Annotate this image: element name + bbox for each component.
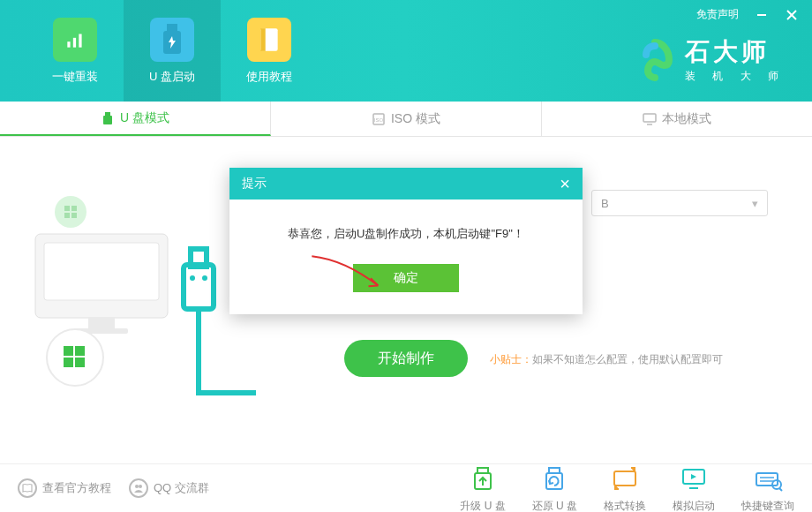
svg-line-47 xyxy=(779,488,782,491)
app-header: 一键重装 U 盘启动 使用教程 免责声明 石大师 装 机 大 师 xyxy=(0,0,812,102)
device-dropdown[interactable]: B xyxy=(591,190,768,216)
link-label: 查看官方教程 xyxy=(42,480,111,496)
tool-format-convert[interactable]: 格式转换 xyxy=(604,463,646,513)
tab-local-mode[interactable]: 本地模式 xyxy=(542,102,812,136)
tip-label: 小贴士： xyxy=(490,353,532,365)
tool-restore-usb[interactable]: 还原 U 盘 xyxy=(532,463,577,513)
svg-point-34 xyxy=(135,485,139,488)
tab-iso-mode[interactable]: ISO ISO 模式 xyxy=(271,102,542,136)
svg-rect-14 xyxy=(643,114,656,122)
arrow-annotation xyxy=(300,252,397,297)
svg-rect-28 xyxy=(64,358,73,367)
usb-boot-icon xyxy=(150,18,194,62)
tool-simulate-boot[interactable]: 模拟启动 xyxy=(673,463,715,513)
tip-text: 小贴士：如果不知道怎么配置，使用默认配置即可 xyxy=(490,352,723,367)
svg-rect-23 xyxy=(64,213,70,218)
dialog-close-button[interactable]: × xyxy=(560,175,570,192)
people-icon xyxy=(129,478,148,498)
svg-rect-6 xyxy=(260,28,265,51)
qq-group-link[interactable]: QQ 交流群 xyxy=(129,478,209,498)
svg-rect-24 xyxy=(71,213,77,218)
tab-label: ISO 模式 xyxy=(391,111,440,127)
dialog-message: 恭喜您，启动U盘制作成功，本机启动键"F9"！ xyxy=(288,227,524,240)
tool-hotkey-query[interactable]: 快捷键查询 xyxy=(741,463,794,513)
svg-rect-0 xyxy=(67,41,70,47)
logo-icon xyxy=(634,39,676,81)
svg-rect-1 xyxy=(73,37,76,47)
svg-text:ISO: ISO xyxy=(374,117,384,123)
svg-point-35 xyxy=(139,485,142,488)
tool-label: 快捷键查询 xyxy=(741,499,794,513)
tool-upgrade-usb[interactable]: 升级 U 盘 xyxy=(460,463,505,513)
svg-rect-17 xyxy=(44,243,159,300)
dialog-header: 提示 × xyxy=(229,168,583,200)
close-button[interactable] xyxy=(785,8,799,22)
nav-tab-reinstall[interactable]: 一键重装 xyxy=(26,0,124,102)
reinstall-icon xyxy=(53,18,97,62)
tool-label: 模拟启动 xyxy=(673,499,715,513)
svg-rect-21 xyxy=(64,206,70,211)
tool-label: 还原 U 盘 xyxy=(532,499,577,513)
tab-label: U 盘模式 xyxy=(120,110,169,126)
book-icon xyxy=(18,478,37,498)
tutorial-icon xyxy=(247,18,291,62)
nav-tab-tutorial[interactable]: 使用教程 xyxy=(221,0,318,102)
start-create-button[interactable]: 开始制作 xyxy=(344,340,468,377)
svg-point-32 xyxy=(190,275,195,281)
official-tutorial-link[interactable]: 查看官方教程 xyxy=(18,478,111,498)
svg-rect-31 xyxy=(191,249,207,267)
illustration xyxy=(26,163,256,414)
tool-label: 格式转换 xyxy=(604,499,646,513)
minimize-button[interactable] xyxy=(755,8,769,22)
svg-rect-43 xyxy=(756,473,778,486)
dropdown-value: B xyxy=(601,197,609,210)
nav-tabs: 一键重装 U 盘启动 使用教程 xyxy=(0,0,318,102)
svg-point-33 xyxy=(202,275,207,281)
iso-icon: ISO xyxy=(372,112,386,126)
window-controls: 免责声明 xyxy=(696,7,799,22)
nav-tab-label: 使用教程 xyxy=(246,69,292,85)
logo: 石大师 装 机 大 师 xyxy=(634,35,786,84)
success-dialog: 提示 × 恭喜您，启动U盘制作成功，本机启动键"F9"！ 确定 xyxy=(229,168,583,314)
svg-point-20 xyxy=(55,196,86,228)
svg-rect-11 xyxy=(103,116,112,124)
usb-icon xyxy=(101,111,115,125)
upgrade-icon xyxy=(467,463,499,495)
nav-tab-usb-boot[interactable]: U 盘启动 xyxy=(124,0,221,102)
tool-label: 升级 U 盘 xyxy=(460,499,505,513)
svg-rect-10 xyxy=(105,112,110,116)
format-icon xyxy=(609,463,641,495)
tab-usb-mode[interactable]: U 盘模式 xyxy=(0,102,271,136)
svg-rect-29 xyxy=(75,358,85,367)
nav-tab-label: U 盘启动 xyxy=(149,69,195,85)
svg-rect-18 xyxy=(88,318,115,328)
disclaimer-link[interactable]: 免责声明 xyxy=(696,7,739,22)
svg-rect-26 xyxy=(64,346,73,356)
mode-tabs: U 盘模式 ISO ISO 模式 本地模式 xyxy=(0,102,812,137)
hotkey-icon xyxy=(752,463,784,495)
svg-rect-30 xyxy=(184,265,214,309)
bottom-toolbar: 查看官方教程 QQ 交流群 升级 U 盘 还原 U 盘 格式转换 模拟启动 快捷… xyxy=(0,463,812,512)
restore-icon xyxy=(538,463,570,495)
simulate-icon xyxy=(678,463,710,495)
svg-rect-40 xyxy=(614,471,635,486)
dialog-body: 恭喜您，启动U盘制作成功，本机启动键"F9"！ xyxy=(229,200,583,251)
svg-rect-2 xyxy=(79,34,81,47)
svg-rect-22 xyxy=(71,206,77,211)
svg-rect-27 xyxy=(75,346,85,356)
dialog-title: 提示 xyxy=(242,176,267,192)
logo-title: 石大师 xyxy=(685,35,786,69)
tab-label: 本地模式 xyxy=(662,111,711,127)
nav-tab-label: 一键重装 xyxy=(52,69,98,85)
svg-rect-3 xyxy=(167,24,177,31)
link-label: QQ 交流群 xyxy=(154,480,209,496)
logo-subtitle: 装 机 大 师 xyxy=(685,69,786,84)
tip-body: 如果不知道怎么配置，使用默认配置即可 xyxy=(532,353,723,365)
monitor-icon xyxy=(643,112,657,126)
